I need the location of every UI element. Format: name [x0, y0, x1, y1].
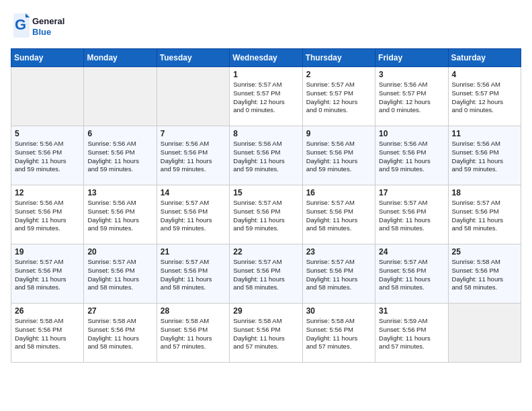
day-info: Sunrise: 5:57 AM Sunset: 5:56 PM Dayligh… — [87, 258, 152, 292]
day-info: Sunrise: 5:57 AM Sunset: 5:56 PM Dayligh… — [452, 199, 517, 233]
calendar-cell: 13Sunrise: 5:56 AM Sunset: 5:56 PM Dayli… — [84, 185, 157, 244]
day-number: 22 — [233, 247, 298, 257]
calendar-cell: 16Sunrise: 5:57 AM Sunset: 5:56 PM Dayli… — [302, 185, 375, 244]
week-row-4: 19Sunrise: 5:57 AM Sunset: 5:56 PM Dayli… — [11, 244, 521, 304]
general-blue-logo-icon: General Blue G — [11, 11, 71, 40]
calendar-cell: 30Sunrise: 5:58 AM Sunset: 5:56 PM Dayli… — [302, 304, 375, 363]
day-number: 28 — [161, 306, 226, 316]
calendar-cell: 2Sunrise: 5:57 AM Sunset: 5:57 PM Daylig… — [302, 67, 375, 126]
day-info: Sunrise: 5:56 AM Sunset: 5:56 PM Dayligh… — [306, 140, 371, 174]
day-number: 21 — [161, 247, 226, 257]
day-number: 13 — [87, 188, 152, 197]
day-info: Sunrise: 5:57 AM Sunset: 5:56 PM Dayligh… — [306, 199, 371, 233]
calendar-cell: 5Sunrise: 5:56 AM Sunset: 5:56 PM Daylig… — [11, 126, 84, 185]
day-number: 27 — [87, 306, 152, 316]
day-info: Sunrise: 5:56 AM Sunset: 5:56 PM Dayligh… — [379, 140, 444, 174]
weekday-header-saturday: Saturday — [448, 49, 521, 67]
weekday-header-friday: Friday — [375, 49, 448, 67]
weekday-header-monday: Monday — [84, 49, 157, 67]
day-info: Sunrise: 5:57 AM Sunset: 5:56 PM Dayligh… — [233, 258, 298, 292]
calendar-cell — [11, 67, 84, 126]
page-header: General Blue G — [11, 11, 521, 40]
day-info: Sunrise: 5:58 AM Sunset: 5:56 PM Dayligh… — [15, 317, 80, 351]
svg-text:General: General — [32, 16, 64, 26]
calendar-cell: 12Sunrise: 5:56 AM Sunset: 5:56 PM Dayli… — [11, 185, 84, 244]
calendar-cell: 3Sunrise: 5:56 AM Sunset: 5:57 PM Daylig… — [375, 67, 448, 126]
day-number: 19 — [15, 247, 80, 257]
day-info: Sunrise: 5:58 AM Sunset: 5:56 PM Dayligh… — [306, 317, 371, 351]
weekday-header-wednesday: Wednesday — [230, 49, 302, 67]
week-row-1: 1Sunrise: 5:57 AM Sunset: 5:57 PM Daylig… — [11, 67, 521, 126]
svg-text:G: G — [15, 16, 26, 33]
day-info: Sunrise: 5:59 AM Sunset: 5:56 PM Dayligh… — [379, 317, 444, 351]
day-number: 5 — [15, 129, 80, 138]
weekday-header-sunday: Sunday — [11, 49, 84, 67]
day-number: 4 — [452, 70, 517, 79]
day-number: 15 — [233, 188, 298, 197]
day-number: 12 — [15, 188, 80, 197]
day-number: 8 — [233, 129, 298, 138]
day-number: 25 — [452, 247, 517, 257]
day-number: 6 — [87, 129, 152, 138]
day-info: Sunrise: 5:56 AM Sunset: 5:56 PM Dayligh… — [452, 140, 517, 174]
calendar-cell: 22Sunrise: 5:57 AM Sunset: 5:56 PM Dayli… — [230, 244, 302, 304]
calendar-cell — [157, 67, 229, 126]
week-row-5: 26Sunrise: 5:58 AM Sunset: 5:56 PM Dayli… — [11, 304, 521, 363]
day-number: 20 — [87, 247, 152, 257]
day-info: Sunrise: 5:57 AM Sunset: 5:56 PM Dayligh… — [306, 258, 371, 292]
calendar-cell: 24Sunrise: 5:57 AM Sunset: 5:56 PM Dayli… — [375, 244, 448, 304]
calendar-cell: 10Sunrise: 5:56 AM Sunset: 5:56 PM Dayli… — [375, 126, 448, 185]
day-info: Sunrise: 5:57 AM Sunset: 5:56 PM Dayligh… — [15, 258, 80, 292]
calendar-cell: 25Sunrise: 5:58 AM Sunset: 5:56 PM Dayli… — [448, 244, 521, 304]
day-number: 29 — [233, 306, 298, 316]
calendar-cell: 23Sunrise: 5:57 AM Sunset: 5:56 PM Dayli… — [302, 244, 375, 304]
calendar-cell: 18Sunrise: 5:57 AM Sunset: 5:56 PM Dayli… — [448, 185, 521, 244]
day-number: 9 — [306, 129, 371, 138]
week-row-3: 12Sunrise: 5:56 AM Sunset: 5:56 PM Dayli… — [11, 185, 521, 244]
day-number: 17 — [379, 188, 444, 197]
day-info: Sunrise: 5:56 AM Sunset: 5:56 PM Dayligh… — [233, 140, 298, 174]
calendar-cell: 17Sunrise: 5:57 AM Sunset: 5:56 PM Dayli… — [375, 185, 448, 244]
calendar-cell: 14Sunrise: 5:57 AM Sunset: 5:56 PM Dayli… — [157, 185, 229, 244]
day-info: Sunrise: 5:57 AM Sunset: 5:56 PM Dayligh… — [379, 199, 444, 233]
day-info: Sunrise: 5:56 AM Sunset: 5:57 PM Dayligh… — [452, 81, 517, 115]
day-number: 24 — [379, 247, 444, 257]
day-info: Sunrise: 5:56 AM Sunset: 5:56 PM Dayligh… — [87, 140, 152, 174]
calendar-cell: 15Sunrise: 5:57 AM Sunset: 5:56 PM Dayli… — [230, 185, 302, 244]
day-number: 26 — [15, 306, 80, 316]
calendar-cell: 20Sunrise: 5:57 AM Sunset: 5:56 PM Dayli… — [84, 244, 157, 304]
day-info: Sunrise: 5:57 AM Sunset: 5:56 PM Dayligh… — [233, 199, 298, 233]
weekday-header-row: SundayMondayTuesdayWednesdayThursdayFrid… — [11, 49, 521, 67]
calendar-cell: 4Sunrise: 5:56 AM Sunset: 5:57 PM Daylig… — [448, 67, 521, 126]
weekday-header-thursday: Thursday — [302, 49, 375, 67]
day-info: Sunrise: 5:57 AM Sunset: 5:56 PM Dayligh… — [161, 258, 226, 292]
day-info: Sunrise: 5:57 AM Sunset: 5:57 PM Dayligh… — [306, 81, 371, 115]
calendar-cell: 26Sunrise: 5:58 AM Sunset: 5:56 PM Dayli… — [11, 304, 84, 363]
day-info: Sunrise: 5:57 AM Sunset: 5:56 PM Dayligh… — [379, 258, 444, 292]
day-info: Sunrise: 5:58 AM Sunset: 5:56 PM Dayligh… — [233, 317, 298, 351]
day-info: Sunrise: 5:57 AM Sunset: 5:57 PM Dayligh… — [233, 81, 298, 115]
day-number: 1 — [233, 70, 298, 79]
day-number: 16 — [306, 188, 371, 197]
calendar-cell — [84, 67, 157, 126]
day-info: Sunrise: 5:57 AM Sunset: 5:56 PM Dayligh… — [161, 199, 226, 233]
logo: General Blue G — [11, 11, 71, 40]
day-info: Sunrise: 5:58 AM Sunset: 5:56 PM Dayligh… — [452, 258, 517, 292]
day-number: 7 — [161, 129, 226, 138]
calendar-cell: 28Sunrise: 5:58 AM Sunset: 5:56 PM Dayli… — [157, 304, 229, 363]
day-number: 2 — [306, 70, 371, 79]
day-info: Sunrise: 5:58 AM Sunset: 5:56 PM Dayligh… — [87, 317, 152, 351]
calendar-cell: 19Sunrise: 5:57 AM Sunset: 5:56 PM Dayli… — [11, 244, 84, 304]
calendar-cell: 27Sunrise: 5:58 AM Sunset: 5:56 PM Dayli… — [84, 304, 157, 363]
day-number: 31 — [379, 306, 444, 316]
calendar-cell: 8Sunrise: 5:56 AM Sunset: 5:56 PM Daylig… — [230, 126, 302, 185]
calendar-cell: 21Sunrise: 5:57 AM Sunset: 5:56 PM Dayli… — [157, 244, 229, 304]
calendar-cell: 1Sunrise: 5:57 AM Sunset: 5:57 PM Daylig… — [230, 67, 302, 126]
day-number: 11 — [452, 129, 517, 138]
svg-text:Blue: Blue — [32, 27, 51, 37]
calendar-table: SundayMondayTuesdayWednesdayThursdayFrid… — [11, 48, 521, 363]
day-number: 3 — [379, 70, 444, 79]
day-info: Sunrise: 5:58 AM Sunset: 5:56 PM Dayligh… — [161, 317, 226, 351]
day-info: Sunrise: 5:56 AM Sunset: 5:56 PM Dayligh… — [15, 199, 80, 233]
day-info: Sunrise: 5:56 AM Sunset: 5:56 PM Dayligh… — [87, 199, 152, 233]
